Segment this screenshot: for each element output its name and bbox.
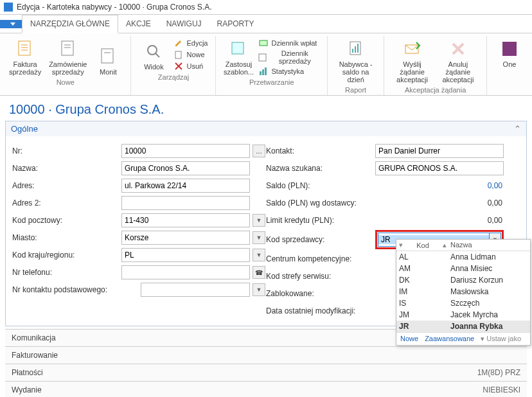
kod-pocztowy-field[interactable]: [121, 213, 250, 227]
svg-rect-17: [260, 71, 262, 75]
dropdown-row[interactable]: IMMasłowska: [396, 286, 530, 297]
nr-lookup-button[interactable]: …: [253, 145, 265, 157]
tab-actions[interactable]: AKCJE: [118, 15, 159, 32]
saldo-value[interactable]: 0,00: [375, 181, 504, 190]
cancel-request-icon: [448, 39, 468, 59]
dropdown-row[interactable]: JMJacek Myrcha: [396, 309, 530, 321]
menu-bar: NARZĘDZIA GŁÓWNE AKCJE NAWIGUJ RAPORTY: [0, 15, 532, 33]
invoice-icon: [15, 39, 35, 59]
svg-rect-23: [357, 44, 359, 53]
btn-monit[interactable]: Monit: [91, 45, 125, 77]
dropdown-row[interactable]: JRJoanna Rybka: [396, 321, 530, 332]
dropdown-row[interactable]: ISSzczęch: [396, 297, 530, 309]
tab-home[interactable]: NARZĘDZIA GŁÓWNE: [22, 15, 118, 33]
send-request-icon: [402, 39, 423, 59]
dropdown-footer: Nowe Zaawansowane ▾ Ustaw jako: [396, 332, 530, 345]
btn-dziennik-sprzedazy[interactable]: Dziennik sprzedaży: [256, 49, 322, 66]
kod-kraju-field[interactable]: [121, 248, 250, 262]
kod-pocztowy-dropdown-button[interactable]: ▼: [253, 214, 265, 227]
svg-rect-16: [259, 54, 266, 61]
btn-dziennik-wplat[interactable]: Dziennik wpłat: [256, 37, 322, 49]
btn-faktura-sprzedazy[interactable]: Faktura sprzedaży: [5, 37, 45, 77]
file-menu-button[interactable]: [0, 20, 22, 28]
phone-action-button[interactable]: ☎: [253, 266, 265, 279]
svg-rect-7: [102, 49, 113, 63]
miasto-field[interactable]: [121, 231, 250, 245]
svg-rect-19: [265, 67, 267, 75]
svg-line-10: [155, 53, 159, 57]
nazwa-field[interactable]: [121, 161, 250, 175]
payment-journal-icon: [258, 38, 269, 48]
ribbon: Faktura sprzedaży Zamówienie sprzedaży M…: [0, 33, 532, 96]
section-fakturowanie[interactable]: Fakturowanie: [5, 346, 527, 364]
btn-nabywca-saldo[interactable]: Nabywca - saldo na dzień: [333, 37, 378, 85]
nr-kontaktu-field[interactable]: [141, 283, 250, 297]
adres-field[interactable]: [121, 179, 250, 193]
app-icon: [4, 3, 13, 12]
nr-telefonu-field[interactable]: [121, 265, 250, 279]
nr-kontaktu-dropdown-button[interactable]: ▼: [253, 283, 265, 296]
view-icon: [143, 41, 164, 62]
onenote-icon: [499, 39, 520, 59]
svg-rect-0: [19, 41, 30, 55]
page-header: 10000 · Grupa Cronos S.A.: [0, 96, 532, 121]
sales-journal-icon: [258, 52, 267, 62]
svg-rect-21: [352, 49, 353, 53]
dropdown-row[interactable]: ALAnna Lidman: [396, 251, 530, 263]
tab-reports[interactable]: RAPORTY: [209, 15, 262, 32]
dropdown-nowe-link[interactable]: Nowe: [400, 335, 418, 343]
section-platnosci[interactable]: Płatności 1M(8D) PRZ: [5, 364, 527, 381]
btn-usun[interactable]: Usuń: [171, 60, 210, 72]
kod-kraju-dropdown-button[interactable]: ▼: [253, 249, 265, 261]
nr-field[interactable]: [121, 144, 250, 158]
svg-rect-4: [62, 41, 73, 55]
svg-rect-11: [175, 51, 181, 58]
dropdown-row[interactable]: DKDariusz Korzun: [396, 274, 530, 286]
delete-icon: [173, 61, 184, 71]
nazwa-szukana-field[interactable]: [375, 161, 504, 175]
dropdown-zaawansowane-link[interactable]: Zaawansowane: [425, 335, 474, 343]
btn-statystyka[interactable]: Statystyka: [256, 66, 322, 77]
svg-rect-14: [232, 42, 244, 54]
svg-rect-18: [262, 69, 264, 75]
edit-icon: [173, 38, 184, 48]
btn-widok[interactable]: Widok: [136, 40, 171, 72]
svg-point-9: [148, 46, 157, 55]
order-icon: [58, 39, 78, 59]
btn-onenote[interactable]: One: [492, 37, 527, 69]
report-icon: [346, 39, 366, 59]
btn-zastosuj-szablon[interactable]: Zastosuj szablon...: [221, 37, 256, 77]
btn-nowe[interactable]: Nowe: [171, 49, 210, 60]
btn-zamowienie-sprzedazy[interactable]: Zamówienie sprzedaży: [45, 37, 91, 77]
section-wydanie[interactable]: Wydanie NIEBIESKI: [5, 381, 527, 397]
window-title: Edycja - Kartoteka nabywcy - 10000 · Gru…: [17, 3, 211, 12]
svg-rect-27: [502, 42, 517, 56]
page-title: 10000 · Grupa Cronos S.A.: [9, 102, 523, 117]
title-bar: Edycja - Kartoteka nabywcy - 10000 · Gru…: [0, 0, 532, 15]
dropdown-header: ▾Kod▴ Nazwa: [396, 240, 530, 251]
chevron-up-icon: ⌃: [514, 124, 521, 134]
miasto-dropdown-button[interactable]: ▼: [253, 231, 265, 244]
reminder-icon: [98, 46, 118, 67]
dropdown-row[interactable]: AMAnna Misiec: [396, 263, 530, 274]
template-icon: [228, 39, 249, 59]
tab-navigate[interactable]: NAWIGUJ: [159, 15, 209, 32]
saldo-wd-value: 0,00: [375, 198, 504, 207]
new-icon: [173, 49, 184, 60]
kontakt-field[interactable]: [375, 144, 504, 158]
adres2-field[interactable]: [121, 196, 250, 210]
panel-header-ogolne[interactable]: Ogólne ⌃: [6, 121, 526, 136]
svg-rect-22: [355, 46, 356, 53]
limit-kredytu-value: 0,00: [375, 216, 504, 225]
stats-icon: [258, 66, 269, 76]
kod-sprzedawcy-dropdown-list[interactable]: ▾Kod▴ Nazwa ALAnna LidmanAMAnna MisiecDK…: [396, 239, 531, 346]
dropdown-ustaw-link[interactable]: ▾ Ustaw jako: [481, 335, 521, 343]
btn-wyslij-zadanie[interactable]: Wyślij żądanie akceptacji: [389, 37, 435, 85]
svg-rect-15: [260, 40, 267, 46]
btn-edycja[interactable]: Edycja: [171, 37, 210, 49]
btn-anuluj-zadanie: Anuluj żądanie akceptacji: [435, 37, 481, 85]
